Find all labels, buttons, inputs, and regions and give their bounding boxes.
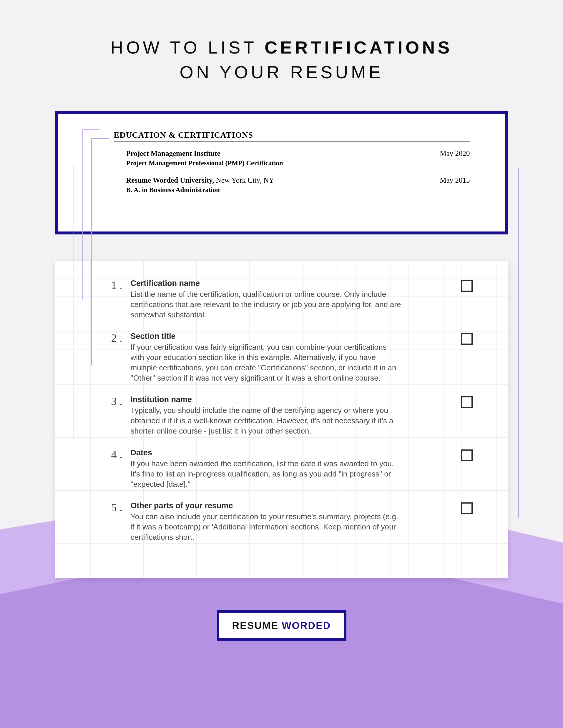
check-title: Other parts of your resume — [131, 501, 449, 510]
checkbox[interactable] — [461, 502, 473, 514]
sample-entry: Resume Worded University, New York City,… — [114, 175, 470, 194]
title-line2: ON YOUR RESUME — [179, 62, 383, 82]
check-desc: List the name of the certification, qual… — [131, 289, 402, 320]
check-title: Section title — [131, 332, 449, 341]
sample-resume-box: EDUCATION & CERTIFICATIONS Project Manag… — [55, 111, 508, 234]
title-line1-bold: CERTIFICATIONS — [264, 38, 453, 57]
check-item: 5 . Other parts of your resume You can a… — [111, 501, 473, 542]
check-title: Dates — [131, 448, 449, 457]
check-item: 1 . Certification name List the name of … — [111, 279, 473, 320]
check-number: 2 . — [111, 332, 131, 344]
check-number: 1 . — [111, 279, 131, 291]
check-item: 3 . Institution name Typically, you shou… — [111, 395, 473, 436]
brand-word-b: WORDED — [278, 620, 331, 631]
brand-word-a: RESUME — [232, 620, 278, 631]
sample-location: New York City, NY — [214, 176, 274, 184]
checklist-card: 1 . Certification name List the name of … — [55, 261, 508, 578]
check-number: 5 . — [111, 501, 131, 513]
checkbox[interactable] — [461, 333, 473, 345]
check-title: Certification name — [131, 279, 449, 288]
checkbox[interactable] — [461, 449, 473, 461]
check-desc: If your certification was fairly signifi… — [131, 342, 402, 383]
check-number: 4 . — [111, 448, 131, 460]
checkbox[interactable] — [461, 396, 473, 408]
sample-date: May 2020 — [431, 149, 470, 168]
check-title: Institution name — [131, 395, 449, 404]
sample-subline: Project Management Professional (PMP) Ce… — [126, 159, 283, 168]
sample-date: May 2015 — [431, 175, 470, 194]
check-desc: If you have been awarded the certificati… — [131, 459, 402, 489]
title-line1-pre: HOW TO LIST — [110, 38, 264, 57]
sample-institution: Project Management Institute — [126, 149, 220, 157]
checkbox[interactable] — [461, 280, 473, 292]
check-item: 2 . Section title If your certification … — [111, 332, 473, 383]
sample-section-heading: EDUCATION & CERTIFICATIONS — [114, 130, 470, 141]
check-desc: You can also include your certification … — [131, 512, 402, 542]
sample-subline: B. A. in Business Administration — [126, 185, 274, 194]
check-item: 4 . Dates If you have been awarded the c… — [111, 448, 473, 489]
page-title: HOW TO LIST CERTIFICATIONS ON YOUR RESUM… — [0, 0, 563, 85]
sample-entry: Project Management Institute Project Man… — [114, 149, 470, 168]
brand-badge: RESUME WORDED — [217, 610, 347, 641]
check-desc: Typically, you should include the name o… — [131, 405, 402, 436]
sample-institution: Resume Worded University, — [126, 176, 214, 184]
check-number: 3 . — [111, 395, 131, 407]
